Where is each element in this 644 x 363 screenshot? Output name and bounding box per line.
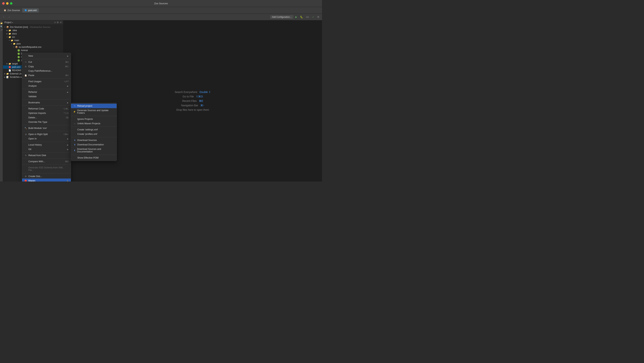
menu-item-gen-xsd[interactable]: Generate XSD Schema from XML File... [22, 165, 71, 172]
class-icon: 🟢 [18, 49, 20, 52]
sep10 [22, 158, 71, 159]
sidebar-vcs-icon[interactable]: ⎇ [0, 28, 3, 31]
sidebar-project-icon[interactable]: 📁 [0, 22, 3, 24]
nav-bar-shortcut: ⌘↑ [200, 104, 204, 107]
minimize-button[interactable] [6, 2, 8, 5]
menu-item-reformat[interactable]: Reformat Code ⌥⌘L [22, 106, 71, 111]
submenu-ignore-projects[interactable]: Ignore Projects [71, 117, 116, 121]
panel-dropdown-icon[interactable]: ▾ [12, 21, 13, 23]
toolbar-run-button[interactable]: ▶ [294, 15, 298, 19]
tree-item-idea[interactable]: ▶ 📁 .idea [3, 29, 63, 32]
toolbar-settings[interactable]: ⚙ [316, 15, 320, 19]
build-icon: 🔨 [24, 127, 27, 129]
tree-label-main: main [14, 39, 19, 42]
submenu-download-docs[interactable]: ⬇ Download Documentation [71, 142, 116, 147]
tree-label-animal: Animal [21, 49, 28, 52]
menu-item-analyze[interactable]: Analyze ▶ [22, 84, 71, 88]
welcome-row-recent: Recent Files ⌘E [175, 99, 210, 102]
expand-arrow: ▾ [6, 36, 8, 38]
tab-zoo-sources[interactable]: 🏠 Zoo Sources [2, 8, 22, 12]
tree-label-src: src [12, 36, 15, 38]
toolbar-add-config[interactable]: Add Configuration... [270, 15, 294, 19]
tree-item-java[interactable]: ▾ 📁 java [3, 42, 63, 45]
sidebar-search-icon[interactable]: 🔍 [0, 25, 3, 28]
menu-item-bookmarks[interactable]: Bookmarks ▶ [22, 100, 71, 105]
toolbar-debug-button[interactable]: 🐛 [299, 15, 304, 19]
menu-item-validate[interactable]: Validate [22, 94, 71, 99]
menu-item-local-history-left: Local History [24, 144, 42, 146]
tab-pom-xml[interactable]: 🔷 pom.xml [22, 8, 39, 12]
tree-item-zoo-sources[interactable]: ▾ 📦 Zoo Sources [zoo] ~/Desktop/Zoo Sour… [3, 25, 63, 29]
maximize-button[interactable] [10, 2, 12, 5]
panel-title: Project ▾ [4, 21, 13, 24]
menu-item-cut[interactable]: ✂ Cut ⌘X [22, 60, 71, 64]
submenu-gen-sources[interactable]: ⚡ Generate Sources and Update Folders [71, 108, 116, 115]
menu-item-open-right-label: Open in Right Split [28, 133, 48, 136]
menu-item-git[interactable]: Git ▶ [22, 147, 71, 151]
menu-item-override-type[interactable]: Override File Type [22, 120, 71, 124]
find-usages-shortcut: ⌥F7 [64, 80, 68, 83]
toolbar-nav-back[interactable]: ← [2, 15, 6, 19]
menu-item-validate-left: Validate [24, 95, 36, 98]
menu-item-compare[interactable]: Compare With... ⌘D [22, 159, 71, 164]
new-arrow-icon: ▶ [67, 55, 68, 57]
panel-settings-icon[interactable]: ⚙ [57, 21, 59, 24]
menu-item-gen-xsd-left: Generate XSD Schema from XML File... [24, 166, 68, 171]
menu-item-open-in[interactable]: Open In ▶ [22, 136, 71, 141]
tree-item-package[interactable]: ▾ 📦 eu.kartoffelquadrat.zoo [3, 45, 63, 49]
welcome-row-search: Search Everywhere Double ⇧ [175, 91, 210, 93]
menu-item-compare-label: Compare With... [28, 160, 45, 163]
tree-item-main[interactable]: ▾ 📁 main [3, 39, 63, 42]
menu-item-override-type-label: Override File Type [28, 121, 47, 123]
sep9 [22, 152, 71, 152]
copy-shortcut: ⌘C [65, 65, 68, 68]
menu-item-open-right[interactable]: ⊟ Open in Right Split ⇧⌘↵ [22, 132, 71, 136]
menu-item-paste[interactable]: 📋 Paste ⌘V [22, 73, 71, 78]
submenu-create-profiles[interactable]: Create 'profiles.xml' [71, 132, 116, 136]
reformat-shortcut: ⌥⌘L [63, 108, 68, 110]
menu-item-reformat-left: Reformat Code [24, 107, 44, 110]
panel-close-icon[interactable]: ✕ [60, 21, 62, 24]
menu-item-local-history-label: Local History [28, 144, 42, 146]
close-button[interactable] [2, 2, 5, 5]
sep6 [22, 125, 71, 125]
menu-item-create-gist[interactable]: ⚙ Create Gist... [22, 174, 71, 179]
recent-files-label: Recent Files [182, 99, 197, 102]
download-docs-icon: ⬇ [73, 144, 76, 146]
menu-item-override-type-left: Override File Type [24, 121, 47, 123]
menu-item-reload-left: ↻ Reload from Disk [24, 154, 46, 157]
menu-item-reload[interactable]: ↻ Reload from Disk [22, 153, 71, 158]
submenu-download-sources[interactable]: ⬇ Download Sources [71, 138, 116, 142]
menu-item-refactor[interactable]: Refactor ▶ [22, 90, 71, 94]
submenu-ignore-projects-label: Ignore Projects [77, 118, 93, 120]
menu-item-delete[interactable]: Delete... ⌫ [22, 115, 71, 120]
menu-item-find-usages[interactable]: Find Usages ⌥F7 [22, 79, 71, 84]
tab-zoo-sources-label: Zoo Sources [8, 9, 20, 12]
menu-item-copy[interactable]: ⧉ Copy ⌘C [22, 64, 71, 69]
menu-item-maven[interactable]: 🔴 Maven ▶ [22, 179, 71, 181]
folder-icon: 📁 [8, 32, 11, 35]
menu-item-local-history[interactable]: Local History ▶ [22, 143, 71, 147]
tree-item-docs[interactable]: ▶ 📁 docs [3, 32, 63, 35]
class-icon: 🟢 [18, 53, 20, 55]
menu-item-optimize[interactable]: Optimize Imports ^⌥O [22, 111, 71, 115]
panel-collapse-icon[interactable]: ≡ [54, 21, 56, 24]
toolbar-git-check[interactable]: ✓ [311, 15, 315, 19]
submenu-show-effective-pom[interactable]: Show Effective POM [71, 156, 116, 160]
menu-item-copy-path[interactable]: Copy Path/Reference... [22, 69, 71, 73]
tree-label-package: eu.kartoffelquadrat.zoo [19, 46, 42, 48]
menu-item-compare-left: Compare With... [24, 160, 45, 163]
menu-item-copy-left: ⧉ Copy [24, 65, 34, 68]
toolbar-nav-forward[interactable]: → [7, 15, 12, 19]
menu-item-build[interactable]: 🔨 Build Module 'zoo' [22, 126, 71, 130]
tree-label-docs: docs [12, 32, 17, 35]
menu-item-new[interactable]: New ▶ [22, 54, 71, 58]
project-icon: 📦 [6, 26, 9, 28]
submenu-reload-project[interactable]: ↻ Reload project [71, 104, 116, 108]
submenu-unlink-maven[interactable]: — Unlink Maven Projects [71, 121, 116, 126]
tree-item-animal[interactable]: ▶ 🟢 Animal [3, 49, 63, 52]
sep4 [22, 99, 71, 100]
submenu-create-settings[interactable]: Create 'settings.xml' [71, 127, 116, 132]
submenu-download-sources-docs[interactable]: ⬇ Download Sources and Documentation [71, 147, 116, 154]
tree-item-src[interactable]: ▾ 📁 src [3, 35, 63, 39]
